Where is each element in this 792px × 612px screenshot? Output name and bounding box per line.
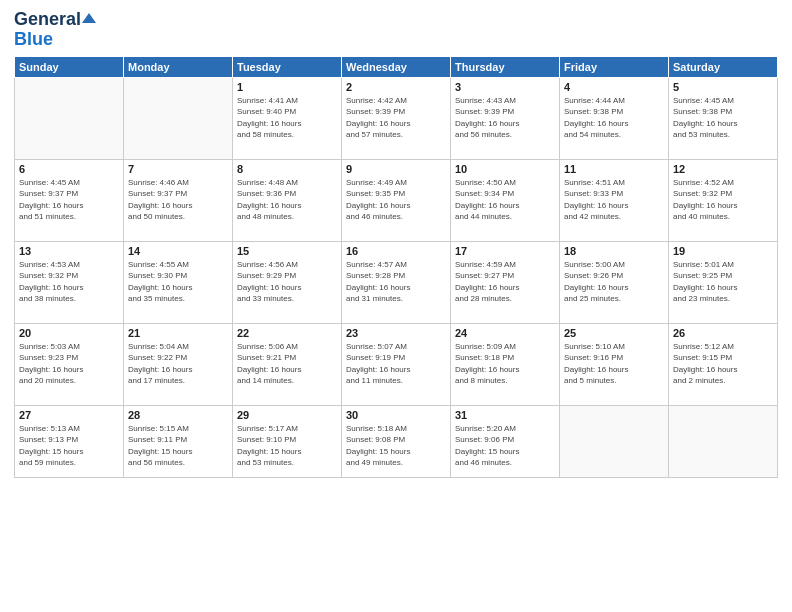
calendar-cell: 4Sunrise: 4:44 AMSunset: 9:38 PMDaylight… [560, 77, 669, 159]
day-info: Sunrise: 4:55 AMSunset: 9:30 PMDaylight:… [128, 259, 228, 305]
day-info: Sunrise: 5:10 AMSunset: 9:16 PMDaylight:… [564, 341, 664, 387]
calendar-cell: 3Sunrise: 4:43 AMSunset: 9:39 PMDaylight… [451, 77, 560, 159]
day-number: 27 [19, 409, 119, 421]
calendar-cell: 20Sunrise: 5:03 AMSunset: 9:23 PMDayligh… [15, 323, 124, 405]
day-info: Sunrise: 4:59 AMSunset: 9:27 PMDaylight:… [455, 259, 555, 305]
day-info: Sunrise: 4:46 AMSunset: 9:37 PMDaylight:… [128, 177, 228, 223]
weekday-header-friday: Friday [560, 56, 669, 77]
calendar-cell: 6Sunrise: 4:45 AMSunset: 9:37 PMDaylight… [15, 159, 124, 241]
week-row-2: 6Sunrise: 4:45 AMSunset: 9:37 PMDaylight… [15, 159, 778, 241]
calendar-cell: 29Sunrise: 5:17 AMSunset: 9:10 PMDayligh… [233, 405, 342, 477]
day-number: 7 [128, 163, 228, 175]
day-info: Sunrise: 5:03 AMSunset: 9:23 PMDaylight:… [19, 341, 119, 387]
calendar-cell: 18Sunrise: 5:00 AMSunset: 9:26 PMDayligh… [560, 241, 669, 323]
day-number: 20 [19, 327, 119, 339]
day-number: 6 [19, 163, 119, 175]
calendar-table: SundayMondayTuesdayWednesdayThursdayFrid… [14, 56, 778, 478]
weekday-header-monday: Monday [124, 56, 233, 77]
logo-icon [82, 11, 96, 25]
day-info: Sunrise: 5:12 AMSunset: 9:15 PMDaylight:… [673, 341, 773, 387]
day-number: 25 [564, 327, 664, 339]
day-number: 5 [673, 81, 773, 93]
calendar-cell: 8Sunrise: 4:48 AMSunset: 9:36 PMDaylight… [233, 159, 342, 241]
day-info: Sunrise: 4:42 AMSunset: 9:39 PMDaylight:… [346, 95, 446, 141]
calendar-cell: 28Sunrise: 5:15 AMSunset: 9:11 PMDayligh… [124, 405, 233, 477]
weekday-header-sunday: Sunday [15, 56, 124, 77]
day-info: Sunrise: 4:49 AMSunset: 9:35 PMDaylight:… [346, 177, 446, 223]
day-number: 17 [455, 245, 555, 257]
week-row-5: 27Sunrise: 5:13 AMSunset: 9:13 PMDayligh… [15, 405, 778, 477]
calendar-cell: 1Sunrise: 4:41 AMSunset: 9:40 PMDaylight… [233, 77, 342, 159]
calendar-cell: 25Sunrise: 5:10 AMSunset: 9:16 PMDayligh… [560, 323, 669, 405]
calendar-cell: 22Sunrise: 5:06 AMSunset: 9:21 PMDayligh… [233, 323, 342, 405]
day-info: Sunrise: 5:00 AMSunset: 9:26 PMDaylight:… [564, 259, 664, 305]
weekday-header-thursday: Thursday [451, 56, 560, 77]
day-number: 4 [564, 81, 664, 93]
day-number: 9 [346, 163, 446, 175]
day-info: Sunrise: 4:56 AMSunset: 9:29 PMDaylight:… [237, 259, 337, 305]
day-number: 8 [237, 163, 337, 175]
calendar-cell: 24Sunrise: 5:09 AMSunset: 9:18 PMDayligh… [451, 323, 560, 405]
calendar-cell: 5Sunrise: 4:45 AMSunset: 9:38 PMDaylight… [669, 77, 778, 159]
day-number: 30 [346, 409, 446, 421]
svg-marker-0 [82, 13, 96, 23]
day-number: 10 [455, 163, 555, 175]
week-row-3: 13Sunrise: 4:53 AMSunset: 9:32 PMDayligh… [15, 241, 778, 323]
day-number: 18 [564, 245, 664, 257]
calendar-cell: 13Sunrise: 4:53 AMSunset: 9:32 PMDayligh… [15, 241, 124, 323]
day-info: Sunrise: 5:20 AMSunset: 9:06 PMDaylight:… [455, 423, 555, 469]
calendar-cell [15, 77, 124, 159]
calendar-cell: 30Sunrise: 5:18 AMSunset: 9:08 PMDayligh… [342, 405, 451, 477]
calendar-cell: 16Sunrise: 4:57 AMSunset: 9:28 PMDayligh… [342, 241, 451, 323]
day-info: Sunrise: 5:13 AMSunset: 9:13 PMDaylight:… [19, 423, 119, 469]
calendar-cell: 7Sunrise: 4:46 AMSunset: 9:37 PMDaylight… [124, 159, 233, 241]
day-number: 15 [237, 245, 337, 257]
calendar-cell: 12Sunrise: 4:52 AMSunset: 9:32 PMDayligh… [669, 159, 778, 241]
calendar-cell: 15Sunrise: 4:56 AMSunset: 9:29 PMDayligh… [233, 241, 342, 323]
day-info: Sunrise: 4:50 AMSunset: 9:34 PMDaylight:… [455, 177, 555, 223]
day-number: 3 [455, 81, 555, 93]
day-number: 16 [346, 245, 446, 257]
day-number: 1 [237, 81, 337, 93]
calendar-cell: 10Sunrise: 4:50 AMSunset: 9:34 PMDayligh… [451, 159, 560, 241]
calendar-cell: 11Sunrise: 4:51 AMSunset: 9:33 PMDayligh… [560, 159, 669, 241]
day-info: Sunrise: 4:45 AMSunset: 9:38 PMDaylight:… [673, 95, 773, 141]
calendar-cell: 2Sunrise: 4:42 AMSunset: 9:39 PMDaylight… [342, 77, 451, 159]
day-info: Sunrise: 4:57 AMSunset: 9:28 PMDaylight:… [346, 259, 446, 305]
day-number: 11 [564, 163, 664, 175]
day-info: Sunrise: 5:04 AMSunset: 9:22 PMDaylight:… [128, 341, 228, 387]
weekday-header-wednesday: Wednesday [342, 56, 451, 77]
day-number: 22 [237, 327, 337, 339]
day-info: Sunrise: 4:41 AMSunset: 9:40 PMDaylight:… [237, 95, 337, 141]
day-number: 13 [19, 245, 119, 257]
calendar-cell [560, 405, 669, 477]
logo-blue: Blue [14, 29, 53, 49]
day-number: 26 [673, 327, 773, 339]
day-number: 23 [346, 327, 446, 339]
calendar-cell: 27Sunrise: 5:13 AMSunset: 9:13 PMDayligh… [15, 405, 124, 477]
day-info: Sunrise: 4:52 AMSunset: 9:32 PMDaylight:… [673, 177, 773, 223]
weekday-header-saturday: Saturday [669, 56, 778, 77]
week-row-1: 1Sunrise: 4:41 AMSunset: 9:40 PMDaylight… [15, 77, 778, 159]
day-number: 31 [455, 409, 555, 421]
weekday-header-tuesday: Tuesday [233, 56, 342, 77]
day-number: 19 [673, 245, 773, 257]
day-info: Sunrise: 4:53 AMSunset: 9:32 PMDaylight:… [19, 259, 119, 305]
calendar-cell [124, 77, 233, 159]
day-info: Sunrise: 4:44 AMSunset: 9:38 PMDaylight:… [564, 95, 664, 141]
day-number: 24 [455, 327, 555, 339]
day-info: Sunrise: 5:07 AMSunset: 9:19 PMDaylight:… [346, 341, 446, 387]
day-info: Sunrise: 5:06 AMSunset: 9:21 PMDaylight:… [237, 341, 337, 387]
calendar-cell: 31Sunrise: 5:20 AMSunset: 9:06 PMDayligh… [451, 405, 560, 477]
logo-text: General Blue [14, 10, 96, 50]
calendar-cell [669, 405, 778, 477]
day-number: 29 [237, 409, 337, 421]
day-number: 12 [673, 163, 773, 175]
day-info: Sunrise: 5:18 AMSunset: 9:08 PMDaylight:… [346, 423, 446, 469]
weekday-header-row: SundayMondayTuesdayWednesdayThursdayFrid… [15, 56, 778, 77]
day-info: Sunrise: 4:48 AMSunset: 9:36 PMDaylight:… [237, 177, 337, 223]
calendar-cell: 14Sunrise: 4:55 AMSunset: 9:30 PMDayligh… [124, 241, 233, 323]
calendar-cell: 23Sunrise: 5:07 AMSunset: 9:19 PMDayligh… [342, 323, 451, 405]
page-header: General Blue [14, 10, 778, 50]
week-row-4: 20Sunrise: 5:03 AMSunset: 9:23 PMDayligh… [15, 323, 778, 405]
